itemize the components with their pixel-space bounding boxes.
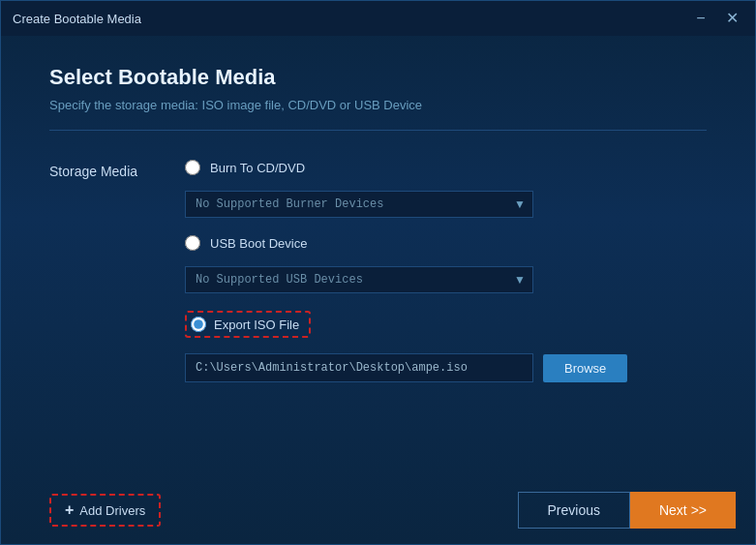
export-iso-label[interactable]: Export ISO File bbox=[214, 318, 299, 332]
export-iso-row: Export ISO File bbox=[185, 311, 707, 338]
window-controls: − ✕ bbox=[689, 7, 743, 30]
minimize-button[interactable]: − bbox=[689, 7, 712, 30]
plus-icon: + bbox=[65, 501, 74, 519]
add-drivers-label: Add Drivers bbox=[79, 503, 145, 518]
usb-boot-dropdown[interactable]: No Supported USB Devices bbox=[185, 266, 533, 293]
nav-buttons: Previous Next >> bbox=[518, 492, 737, 529]
usb-boot-row: USB Boot Device bbox=[185, 235, 707, 251]
footer: + Add Drivers Previous Next >> bbox=[1, 476, 755, 544]
main-window: Create Bootable Media − ✕ Select Bootabl… bbox=[0, 0, 756, 545]
next-button[interactable]: Next >> bbox=[630, 492, 736, 529]
window-title: Create Bootable Media bbox=[13, 12, 141, 26]
title-bar: Create Bootable Media − ✕ bbox=[1, 1, 755, 36]
divider bbox=[49, 130, 707, 131]
content-area: Select Bootable Media Specify the storag… bbox=[1, 36, 755, 476]
close-button[interactable]: ✕ bbox=[720, 7, 743, 30]
burn-cd-dvd-row: Burn To CD/DVD bbox=[185, 160, 707, 175]
browse-button[interactable]: Browse bbox=[543, 354, 627, 382]
burn-cd-dvd-dropdown[interactable]: No Supported Burner Devices bbox=[185, 191, 533, 218]
burn-cd-dvd-label[interactable]: Burn To CD/DVD bbox=[210, 161, 305, 175]
usb-boot-radio[interactable] bbox=[185, 235, 200, 251]
iso-file-row: Browse bbox=[185, 353, 707, 382]
export-iso-radio[interactable] bbox=[191, 317, 206, 332]
add-drivers-button[interactable]: + Add Drivers bbox=[65, 501, 145, 519]
iso-path-input[interactable] bbox=[185, 353, 533, 382]
export-iso-dashed-border: Export ISO File bbox=[185, 311, 311, 338]
burn-cd-dvd-radio[interactable] bbox=[185, 160, 200, 175]
previous-button[interactable]: Previous bbox=[518, 492, 630, 529]
options-container: Burn To CD/DVD No Supported Burner Devic… bbox=[185, 160, 707, 382]
page-subtitle: Specify the storage media: ISO image fil… bbox=[49, 98, 707, 112]
storage-media-label: Storage Media bbox=[49, 160, 156, 179]
burn-cd-dvd-dropdown-wrapper: No Supported Burner Devices ▼ bbox=[185, 191, 533, 218]
burn-cd-dvd-dropdown-row: No Supported Burner Devices ▼ bbox=[185, 191, 707, 218]
usb-boot-dropdown-wrapper: No Supported USB Devices ▼ bbox=[185, 266, 533, 293]
usb-boot-dropdown-row: No Supported USB Devices ▼ bbox=[185, 266, 707, 293]
usb-boot-label[interactable]: USB Boot Device bbox=[210, 236, 307, 251]
page-title: Select Bootable Media bbox=[49, 65, 707, 90]
add-drivers-wrapper: + Add Drivers bbox=[49, 494, 161, 527]
form-section: Storage Media Burn To CD/DVD No Supporte… bbox=[49, 160, 707, 382]
